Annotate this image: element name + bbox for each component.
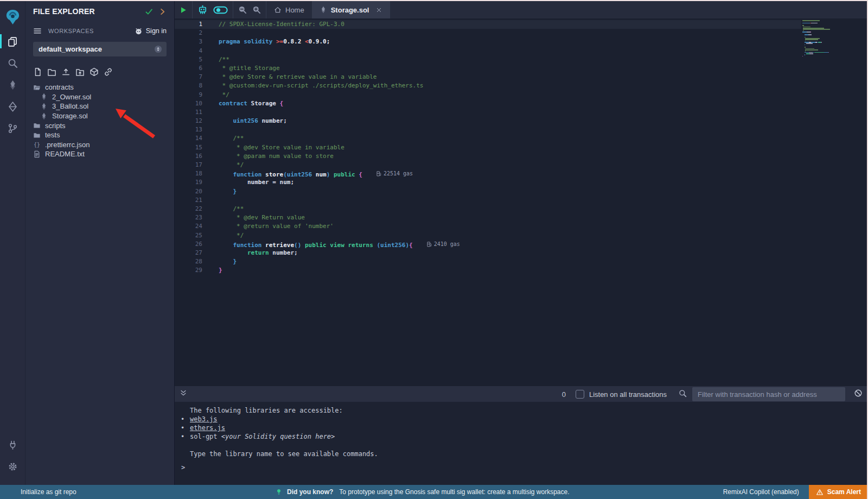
line-number: 7 bbox=[174, 73, 203, 81]
upload-folder-icon[interactable] bbox=[75, 67, 85, 77]
line-number: 17 bbox=[174, 161, 203, 169]
minimap[interactable] bbox=[801, 20, 866, 378]
tree-item-README.txt[interactable]: README.txt bbox=[25, 149, 174, 159]
activity-solidity-compiler[interactable] bbox=[0, 74, 25, 96]
tab-label: Home bbox=[285, 6, 304, 14]
zoom-in-button[interactable] bbox=[252, 5, 261, 14]
folder-icon bbox=[33, 131, 41, 139]
tab-Home[interactable]: Home bbox=[266, 1, 312, 18]
activity-search[interactable] bbox=[0, 52, 25, 74]
gas-estimate: 2410 gas bbox=[427, 240, 460, 249]
terminal[interactable]: The following libraries are accessible:•… bbox=[174, 402, 868, 485]
activity-bar bbox=[0, 0, 25, 485]
panel-header: FILE EXPLORER bbox=[25, 1, 174, 21]
code-line-27: 27 return number; bbox=[174, 249, 801, 257]
run-script-button[interactable] bbox=[179, 6, 187, 14]
workspace-select[interactable]: default_workspace bbox=[33, 42, 167, 56]
tree-item-label: tests bbox=[45, 131, 60, 139]
tree-item-label: Storage.sol bbox=[52, 112, 88, 120]
upload-file-icon[interactable] bbox=[61, 67, 71, 77]
workspaces-menu-icon[interactable] bbox=[33, 27, 42, 35]
line-number: 12 bbox=[174, 117, 203, 125]
terminal-search-button[interactable] bbox=[679, 389, 687, 400]
cube-icon[interactable] bbox=[90, 67, 99, 77]
tree-item-3_Ballot.sol[interactable]: 3_Ballot.sol bbox=[25, 102, 174, 111]
link-icon[interactable] bbox=[104, 67, 113, 77]
code-editor[interactable]: 1// SPDX-License-Identifier: GPL-3.023pr… bbox=[174, 18, 868, 386]
collapse-panel-chevron-icon[interactable] bbox=[158, 8, 167, 16]
deploy-run-icon bbox=[8, 102, 18, 112]
tree-item-.prettierrc.json[interactable]: {}.prettierrc.json bbox=[25, 140, 174, 150]
terminal-link-web3.js[interactable]: web3.js bbox=[190, 415, 218, 423]
activity-plugin-manager[interactable] bbox=[0, 434, 25, 456]
tree-item-Storage.sol[interactable]: Storage.sol bbox=[25, 111, 174, 121]
code-line-22: 22 /** bbox=[174, 205, 801, 213]
status-bar: Initialize as git repo Did you know? To … bbox=[0, 485, 868, 499]
code-line-12: 12 uint256 number; bbox=[174, 117, 801, 125]
copilot-status[interactable]: RemixAI Copilot (enabled) bbox=[723, 488, 799, 496]
line-number: 3 bbox=[174, 37, 203, 46]
solidity-file-icon bbox=[320, 6, 327, 14]
transaction-filter-input[interactable] bbox=[692, 387, 845, 401]
zoom-out-button[interactable] bbox=[238, 5, 247, 14]
editor-tabbar: HomeStorage.sol bbox=[174, 1, 868, 18]
tree-item-tests[interactable]: tests bbox=[25, 130, 174, 140]
tree-item-label: 2_Owner.sol bbox=[52, 93, 91, 101]
zoom-in-icon bbox=[252, 5, 261, 14]
settings-icon bbox=[8, 462, 18, 472]
code-line-2: 2 bbox=[174, 29, 801, 37]
line-number: 14 bbox=[174, 134, 203, 143]
code-line-14: 14 /** bbox=[174, 134, 801, 143]
terminal-line: The following libraries are accessible: bbox=[181, 406, 868, 415]
new-folder-icon[interactable] bbox=[47, 67, 56, 77]
code-line-18: 18 function store(uint256 num) public {2… bbox=[174, 169, 801, 178]
gas-icon bbox=[427, 242, 432, 247]
code-line-16: 16 * @param num value to store bbox=[174, 152, 801, 161]
tree-item-label: 3_Ballot.sol bbox=[52, 102, 88, 110]
code-line-5: 5/** bbox=[174, 55, 801, 64]
init-git-repo-button[interactable]: Initialize as git repo bbox=[21, 488, 76, 496]
panel-title: FILE EXPLORER bbox=[33, 7, 139, 16]
listen-checkbox[interactable] bbox=[576, 390, 584, 399]
workspace-name: default_workspace bbox=[39, 45, 154, 53]
scam-alert-button[interactable]: Scam Alert bbox=[809, 485, 868, 499]
plugin-manager-icon bbox=[8, 440, 18, 450]
sign-in-button[interactable]: Sign in bbox=[135, 27, 167, 35]
toggle-on-icon bbox=[213, 6, 228, 14]
activity-bar-bottom bbox=[0, 434, 25, 477]
code-line-25: 25 */ bbox=[174, 231, 801, 240]
close-tab-icon[interactable] bbox=[376, 7, 382, 13]
folder-icon bbox=[33, 122, 41, 129]
tree-item-scripts[interactable]: scripts bbox=[25, 121, 174, 130]
line-number: 25 bbox=[174, 231, 203, 240]
activity-settings[interactable] bbox=[0, 456, 25, 477]
activity-git[interactable] bbox=[0, 117, 25, 139]
code-line-9: 9 */ bbox=[174, 91, 801, 99]
new-file-icon[interactable] bbox=[33, 67, 42, 77]
tree-item-label: README.txt bbox=[45, 150, 85, 158]
tab-Storage.sol[interactable]: Storage.sol bbox=[312, 1, 390, 18]
line-number: 11 bbox=[174, 108, 203, 117]
activity-file-explorer[interactable] bbox=[0, 30, 25, 52]
tree-item-2_Owner.sol[interactable]: 2_Owner.sol bbox=[25, 92, 174, 102]
workspaces-row: WORKSPACES Sign in bbox=[25, 24, 174, 38]
tree-item-contracts[interactable]: contracts bbox=[25, 83, 174, 92]
terminal-link-ethers.js[interactable]: ethers.js bbox=[190, 424, 225, 432]
code-line-23: 23 * @dev Return value bbox=[174, 213, 801, 222]
code-line-17: 17 */ bbox=[174, 161, 801, 169]
warning-icon bbox=[816, 489, 824, 496]
line-number: 19 bbox=[174, 178, 203, 187]
home-icon bbox=[274, 6, 282, 14]
copilot-toggle[interactable] bbox=[213, 6, 228, 14]
transaction-count: 0 bbox=[562, 390, 566, 399]
activity-remix-logo[interactable] bbox=[0, 3, 25, 30]
clear-console-button[interactable] bbox=[854, 389, 863, 400]
terminal-prompt[interactable]: > bbox=[174, 458, 868, 472]
file-explorer-icon bbox=[8, 36, 18, 47]
terminal-collapse-button[interactable] bbox=[180, 389, 187, 399]
code-line-24: 24 * @return value of 'number' bbox=[174, 222, 801, 231]
terminal-line bbox=[181, 441, 868, 450]
activity-deploy-and-run[interactable] bbox=[0, 96, 25, 117]
remixai-copilot-button[interactable] bbox=[197, 5, 208, 15]
terminal-output: The following libraries are accessible:•… bbox=[174, 402, 868, 458]
